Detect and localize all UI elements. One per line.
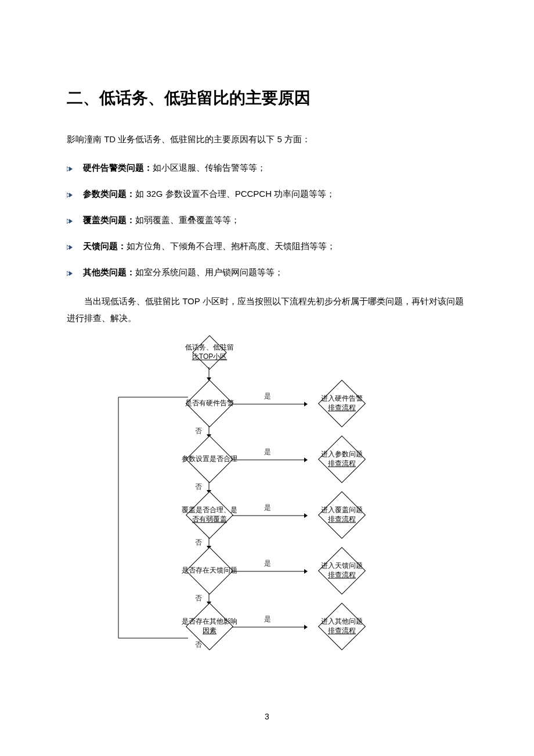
flow-q2: 否有弱覆盖 bbox=[192, 515, 227, 523]
flow-decision-node: 是否存在天馈问题 bbox=[186, 547, 233, 595]
flow-decision-node: 覆盖是否合理、是否有弱覆盖 bbox=[186, 491, 233, 539]
flow-decision-node: 参数设置是否合理 bbox=[186, 435, 233, 483]
flow-no-label: 否 bbox=[195, 426, 202, 436]
bullet-text: 如室分系统问题、用户锁网问题等等； bbox=[135, 267, 283, 277]
flowchart: 低话务、低驻留比TOP小区 是否有硬件告警 是 进入硬件告警排查流程 否 参数设… bbox=[116, 333, 418, 647]
svg-marker-2 bbox=[69, 193, 73, 197]
flow-yes-label: 是 bbox=[264, 559, 271, 568]
bullet-item: 覆盖类问题：如弱覆盖、重叠覆盖等等； bbox=[67, 215, 467, 227]
flow-q: 参数设置是否合理 bbox=[182, 455, 237, 463]
flow-a1: 进入参数问题 bbox=[321, 450, 363, 458]
bullet-text: 如弱覆盖、重叠覆盖等等； bbox=[135, 215, 240, 225]
svg-marker-8 bbox=[69, 271, 73, 276]
flow-a2: 排查流程 bbox=[328, 404, 356, 412]
flow-a2: 排查流程 bbox=[328, 571, 356, 579]
bullet-arrow-icon bbox=[67, 217, 74, 227]
flow-start-node: 低话务、低驻留比TOP小区 bbox=[192, 335, 226, 369]
flow-yes-label: 是 bbox=[264, 391, 271, 401]
flow-q1: 是否存在其他影响 bbox=[182, 617, 237, 625]
section-title: 二、低话务、低驻留比的主要原因 bbox=[67, 87, 467, 109]
flow-decision-node: 是否有硬件告警 bbox=[186, 380, 233, 427]
flow-a1: 进入覆盖问题 bbox=[321, 506, 363, 514]
flow-decision-node: 是否存在其他影响因素 bbox=[186, 603, 233, 650]
bullet-arrow-icon bbox=[67, 269, 74, 279]
flow-a1: 进入天馈问题 bbox=[321, 561, 363, 570]
flow-yes-label: 是 bbox=[264, 614, 271, 624]
flow-a1: 进入其他问题 bbox=[321, 617, 363, 625]
flow-start-line2: 比TOP小区 bbox=[192, 352, 227, 361]
flow-yes-label: 是 bbox=[264, 447, 271, 457]
flow-no-label: 否 bbox=[195, 640, 202, 650]
svg-marker-19 bbox=[304, 458, 308, 462]
flow-start-line1: 低话务、低驻留 bbox=[185, 343, 234, 351]
bullet-label: 硬件告警类问题： bbox=[83, 163, 153, 172]
flow-a2: 排查流程 bbox=[328, 459, 356, 467]
svg-marker-0 bbox=[69, 167, 73, 171]
bullet-arrow-icon bbox=[67, 190, 74, 201]
intro-text: 影响潼南 TD 业务低话务、低驻留比的主要原因有以下 5 方面： bbox=[67, 132, 467, 146]
flow-yes-label: 是 bbox=[264, 503, 271, 513]
paragraph: 当出现低话务、低驻留比 TOP 小区时，应当按照以下流程先初步分析属于哪类问题，… bbox=[67, 293, 467, 326]
svg-marker-23 bbox=[304, 513, 308, 518]
flow-no-label: 否 bbox=[195, 482, 202, 492]
flow-q1: 覆盖是否合理、是 bbox=[182, 506, 237, 514]
bullet-label: 天馈问题： bbox=[83, 241, 127, 251]
svg-marker-14 bbox=[304, 402, 308, 406]
bullet-text: 如方位角、下倾角不合理、抱杆高度、天馈阻挡等等； bbox=[127, 241, 335, 251]
flow-action-node: 进入天馈问题排查流程 bbox=[318, 547, 366, 595]
bullet-item: 参数类问题：如 32G 参数设置不合理、PCCPCH 功率问题等等； bbox=[67, 189, 467, 201]
flow-no-label: 否 bbox=[195, 593, 202, 603]
flow-q: 是否存在天馈问题 bbox=[182, 566, 237, 574]
bullet-item: 其他类问题：如室分系统问题、用户锁网问题等等； bbox=[67, 267, 467, 279]
svg-marker-4 bbox=[69, 219, 73, 224]
svg-marker-27 bbox=[304, 569, 308, 574]
bullet-label: 覆盖类问题： bbox=[83, 215, 135, 225]
flow-a1: 进入硬件告警 bbox=[321, 394, 363, 402]
bullet-text: 如 32G 参数设置不合理、PCCPCH 功率问题等等； bbox=[135, 189, 335, 199]
flow-action-node: 进入参数问题排查流程 bbox=[318, 435, 366, 483]
flow-action-node: 进入覆盖问题排查流程 bbox=[318, 491, 366, 539]
flow-q2: 因素 bbox=[203, 627, 217, 635]
flow-a2: 排查流程 bbox=[328, 627, 356, 635]
bullet-arrow-icon bbox=[67, 164, 74, 175]
page-number: 3 bbox=[0, 712, 534, 721]
bullet-list: 硬件告警类问题：如小区退服、传输告警等等； 参数类问题：如 32G 参数设置不合… bbox=[67, 163, 467, 279]
bullet-item: 天馈问题：如方位角、下倾角不合理、抱杆高度、天馈阻挡等等； bbox=[67, 241, 467, 253]
flow-a2: 排查流程 bbox=[328, 515, 356, 523]
svg-marker-6 bbox=[69, 245, 73, 250]
svg-marker-31 bbox=[304, 625, 308, 629]
bullet-label: 参数类问题： bbox=[83, 189, 135, 199]
flow-action-node: 进入硬件告警排查流程 bbox=[318, 380, 366, 427]
bullet-label: 其他类问题： bbox=[83, 267, 135, 277]
bullet-arrow-icon bbox=[67, 243, 74, 253]
flow-q: 是否有硬件告警 bbox=[185, 399, 234, 407]
bullet-item: 硬件告警类问题：如小区退服、传输告警等等； bbox=[67, 163, 467, 175]
bullet-text: 如小区退服、传输告警等等； bbox=[153, 163, 266, 172]
flow-no-label: 否 bbox=[195, 538, 202, 548]
flow-action-node: 进入其他问题排查流程 bbox=[318, 603, 366, 650]
